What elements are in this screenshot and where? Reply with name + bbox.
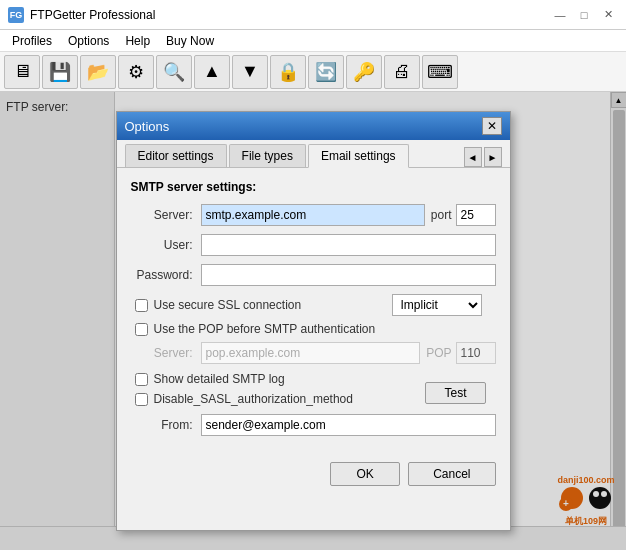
menu-help[interactable]: Help <box>117 32 158 50</box>
dialog-overlay: Options ✕ Editor settings File types Ema… <box>0 92 626 550</box>
tab-next-button[interactable]: ► <box>484 147 502 167</box>
ok-button[interactable]: OK <box>330 462 400 486</box>
tab-bar: Editor settings File types Email setting… <box>117 140 510 168</box>
toolbar-btn-4[interactable]: ⚙ <box>118 55 154 89</box>
dialog-content: SMTP server settings: Server: port User: <box>117 168 510 452</box>
from-row: From: <box>131 414 496 436</box>
pop-auth-row: Use the POP before SMTP authentication <box>131 322 496 336</box>
toolbar-btn-5[interactable]: 🔍 <box>156 55 192 89</box>
user-row: User: <box>131 234 496 256</box>
dialog-buttons: OK Cancel <box>117 452 510 496</box>
main-area: FTP server: ▲ ▼ Options ✕ Editor setting… <box>0 92 626 550</box>
password-row: Password: <box>131 264 496 286</box>
from-input[interactable] <box>201 414 496 436</box>
password-label: Password: <box>131 268 201 282</box>
maximize-button[interactable]: □ <box>574 6 594 24</box>
app-icon: FG <box>8 7 24 23</box>
show-log-row: Show detailed SMTP log <box>131 372 353 386</box>
ssl-dropdown[interactable]: Implicit Explicit <box>392 294 482 316</box>
pop-label: POP <box>426 346 451 360</box>
toolbar-btn-1[interactable]: 🖥 <box>4 55 40 89</box>
ssl-row: Use secure SSL connection Implicit Expli… <box>131 294 496 316</box>
tab-file-types[interactable]: File types <box>229 144 306 167</box>
log-test-row: Show detailed SMTP log Disable_SASL_auth… <box>131 372 496 406</box>
tab-prev-button[interactable]: ◄ <box>464 147 482 167</box>
disable-sasl-label: Disable_SASL_authorization_method <box>154 392 353 406</box>
menu-options[interactable]: Options <box>60 32 117 50</box>
title-bar: FG FTPGetter Professional — □ ✕ <box>0 0 626 30</box>
smtp-section-title: SMTP server settings: <box>131 180 496 194</box>
show-log-checkbox[interactable] <box>135 373 148 386</box>
password-input[interactable] <box>201 264 496 286</box>
pop-auth-label: Use the POP before SMTP authentication <box>154 322 376 336</box>
toolbar-btn-2[interactable]: 💾 <box>42 55 78 89</box>
pop-port-input[interactable] <box>456 342 496 364</box>
dialog-close-button[interactable]: ✕ <box>482 117 502 135</box>
toolbar-btn-9[interactable]: 🔄 <box>308 55 344 89</box>
pop-auth-checkbox[interactable] <box>135 323 148 336</box>
menu-bar: Profiles Options Help Buy Now <box>0 30 626 52</box>
toolbar-btn-8[interactable]: 🔒 <box>270 55 306 89</box>
server-row: Server: port <box>131 204 496 226</box>
app-title: FTPGetter Professional <box>30 8 550 22</box>
show-log-label: Show detailed SMTP log <box>154 372 285 386</box>
port-input[interactable] <box>456 204 496 226</box>
window-controls: — □ ✕ <box>550 6 618 24</box>
cancel-button[interactable]: Cancel <box>408 462 495 486</box>
toolbar-btn-10[interactable]: 🔑 <box>346 55 382 89</box>
test-button[interactable]: Test <box>425 382 485 404</box>
menu-buy-now[interactable]: Buy Now <box>158 32 222 50</box>
toolbar-btn-3[interactable]: 📂 <box>80 55 116 89</box>
disable-sasl-row: Disable_SASL_authorization_method <box>131 392 353 406</box>
dialog-title: Options <box>125 119 170 134</box>
options-dialog: Options ✕ Editor settings File types Ema… <box>116 111 511 531</box>
user-input[interactable] <box>201 234 496 256</box>
tab-navigation: ◄ ► <box>464 147 502 167</box>
sub-server-row: Server: POP <box>131 342 496 364</box>
server-input[interactable] <box>201 204 425 226</box>
ssl-label: Use secure SSL connection <box>154 298 302 312</box>
dialog-title-bar: Options ✕ <box>117 112 510 140</box>
user-label: User: <box>131 238 201 252</box>
tab-editor-settings[interactable]: Editor settings <box>125 144 227 167</box>
sub-server-input[interactable] <box>201 342 421 364</box>
ssl-checkbox[interactable] <box>135 299 148 312</box>
tab-email-settings[interactable]: Email settings <box>308 144 409 168</box>
from-label: From: <box>131 418 201 432</box>
server-label: Server: <box>131 208 201 222</box>
sub-server-label: Server: <box>131 346 201 360</box>
toolbar-btn-12[interactable]: ⌨ <box>422 55 458 89</box>
toolbar-btn-7[interactable]: ▼ <box>232 55 268 89</box>
toolbar: 🖥 💾 📂 ⚙ 🔍 ▲ ▼ 🔒 🔄 🔑 🖨 ⌨ <box>0 52 626 92</box>
menu-profiles[interactable]: Profiles <box>4 32 60 50</box>
toolbar-btn-6[interactable]: ▲ <box>194 55 230 89</box>
close-button[interactable]: ✕ <box>598 6 618 24</box>
minimize-button[interactable]: — <box>550 6 570 24</box>
toolbar-btn-11[interactable]: 🖨 <box>384 55 420 89</box>
port-label: port <box>431 208 452 222</box>
disable-sasl-checkbox[interactable] <box>135 393 148 406</box>
